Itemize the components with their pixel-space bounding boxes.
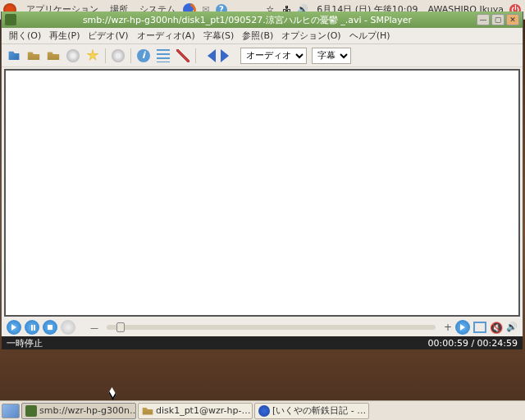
time-duration: 00:24:59	[477, 338, 518, 349]
seek-plus-icon: +	[444, 322, 452, 333]
seek-slider[interactable]	[107, 325, 436, 330]
task-label: smb://wzr-hp-g300n…	[39, 405, 136, 416]
separator	[195, 48, 196, 63]
subtitle-track-select[interactable]: 字幕	[312, 48, 351, 64]
open-url-button[interactable]	[64, 47, 82, 65]
menu-audio[interactable]: オーディオ(A)	[133, 28, 199, 43]
task-label: [いくやの斬鉄日記 - …	[272, 404, 366, 417]
menu-open[interactable]: 開く(O)	[5, 28, 45, 43]
task-smplayer[interactable]: smb://wzr-hp-g300n…	[21, 403, 136, 419]
menu-subtitle[interactable]: 字幕(S)	[199, 28, 239, 43]
playback-controls: — + 🔇 🔊	[2, 318, 523, 336]
playback-state: 一時停止	[7, 337, 43, 349]
menu-help[interactable]: ヘルプ(H)	[345, 28, 395, 43]
minimize-button[interactable]: —	[477, 14, 490, 25]
time-position: 00:00:59	[427, 338, 468, 349]
next-button[interactable]	[219, 47, 237, 65]
folder-icon	[142, 405, 153, 417]
forward-button[interactable]	[455, 320, 470, 335]
open-file-button[interactable]	[5, 47, 23, 65]
pause-button[interactable]	[25, 320, 39, 335]
task-label: disk1_pt1@wzr-hp-…	[156, 405, 250, 416]
audio-track-select[interactable]: オーディオ	[240, 48, 307, 64]
window-title: smb://wzr-hp-g300nh/disk1_pt1/090527.涼宮ハ…	[20, 14, 475, 26]
stop-button[interactable]	[43, 320, 57, 335]
preferences-button[interactable]	[174, 47, 192, 65]
bottom-panel: smb://wzr-hp-g300n… disk1_pt1@wzr-hp-… […	[0, 400, 525, 420]
seek-thumb[interactable]	[116, 322, 125, 332]
fullscreen-button[interactable]	[473, 322, 486, 333]
menu-browse[interactable]: 参照(B)	[238, 28, 277, 43]
seek-minus-icon: —	[90, 323, 98, 332]
record-button[interactable]	[61, 320, 75, 335]
maximize-button[interactable]: ▢	[491, 14, 504, 25]
prev-button[interactable]	[199, 47, 217, 65]
menu-video[interactable]: ビデオ(V)	[84, 28, 132, 43]
status-bar: 一時停止 00:00:59 / 00:24:59	[2, 336, 523, 349]
task-browser[interactable]: [いくやの斬鉄日記 - …	[254, 403, 369, 419]
separator	[130, 48, 131, 63]
video-area[interactable]	[4, 69, 520, 317]
browser-icon	[258, 405, 270, 417]
time-sep: /	[468, 338, 477, 349]
separator	[105, 48, 106, 63]
favorites-button[interactable]	[84, 47, 102, 65]
mouse-cursor	[109, 390, 117, 401]
screenshot-button[interactable]	[109, 47, 127, 65]
smplayer-icon	[25, 405, 37, 417]
app-icon	[5, 14, 16, 25]
play-button[interactable]	[7, 320, 21, 335]
show-desktop-button[interactable]	[2, 404, 20, 418]
titlebar[interactable]: smb://wzr-hp-g300nh/disk1_pt1/090527.涼宮ハ…	[2, 11, 523, 28]
smplayer-window: smb://wzr-hp-g300nh/disk1_pt1/090527.涼宮ハ…	[1, 11, 523, 336]
toolbar: i オーディオ 字幕	[2, 44, 523, 67]
task-nautilus[interactable]: disk1_pt1@wzr-hp-…	[138, 403, 253, 419]
menubar: 開く(O) 再生(P) ビデオ(V) オーディオ(A) 字幕(S) 参照(B) …	[2, 28, 523, 44]
volume-button[interactable]: 🔊	[506, 322, 518, 333]
playlist-button[interactable]	[154, 47, 172, 65]
mute-button[interactable]: 🔇	[490, 322, 503, 334]
menu-play[interactable]: 再生(P)	[45, 28, 84, 43]
info-button[interactable]: i	[135, 47, 153, 65]
open-folder-button[interactable]	[25, 47, 43, 65]
close-button[interactable]: ✕	[506, 14, 519, 25]
open-dvd-button[interactable]	[44, 47, 62, 65]
menu-options[interactable]: オプション(O)	[277, 28, 345, 43]
